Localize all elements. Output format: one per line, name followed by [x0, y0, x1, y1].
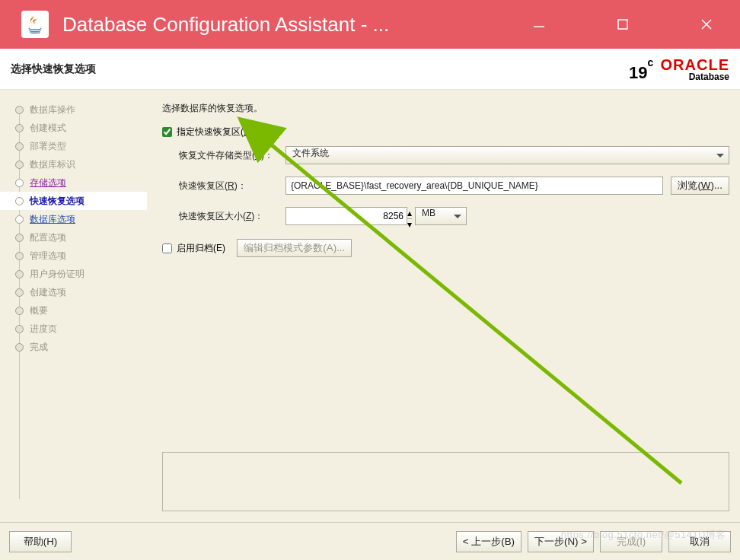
step-label: 创建模式	[30, 122, 66, 135]
svg-rect-1	[618, 20, 627, 29]
sidebar-step-1: 创建模式	[15, 119, 141, 137]
spinner-down-icon[interactable]: ▾	[407, 219, 412, 230]
step-bullet-icon	[15, 252, 24, 260]
fra-size-unit-select[interactable]: MB	[415, 207, 467, 225]
fra-size-spinner[interactable]: ▴ ▾	[285, 207, 407, 225]
step-label: 配置选项	[30, 231, 66, 244]
version-sup: c	[647, 56, 653, 68]
step-label: 数据库标识	[30, 158, 75, 171]
enable-archive-checkbox[interactable]	[162, 243, 172, 253]
close-button[interactable]	[691, 9, 722, 40]
finish-button: 完成(I)	[600, 531, 662, 552]
fra-size-label: 快速恢复区大小(Z)：	[179, 210, 278, 223]
archive-row: 启用归档(E) 编辑归档模式参数(A)...	[162, 239, 729, 257]
maximize-button[interactable]	[608, 9, 638, 40]
main-body: 数据库操作创建模式部署类型数据库标识存储选项快速恢复选项数据库选项配置选项管理选…	[0, 90, 740, 522]
specify-fra-checkbox[interactable]	[162, 127, 172, 137]
window-title: Database Configuration Assistant - ...	[62, 13, 524, 37]
step-bullet-icon	[15, 270, 24, 278]
wizard-sidebar: 数据库操作创建模式部署类型数据库标识存储选项快速恢复选项数据库选项配置选项管理选…	[0, 90, 147, 522]
sidebar-step-8: 管理选项	[15, 247, 141, 265]
titlebar: Database Configuration Assistant - ...	[0, 0, 740, 49]
step-label: 快速恢复选项	[30, 195, 85, 208]
storage-type-row: 恢复文件存储类型(S)： 文件系统	[179, 146, 729, 164]
fra-location-row: 快速恢复区(R)： 浏览(W)...	[179, 177, 729, 195]
minimize-button[interactable]	[524, 9, 554, 40]
oracle-logo: 19c ORACLE Database	[629, 57, 729, 81]
step-bullet-icon	[15, 307, 24, 315]
storage-type-value: 文件系统	[292, 148, 329, 158]
instruction-text: 选择数据库的恢复选项。	[162, 102, 729, 115]
sidebar-step-7: 配置选项	[15, 228, 141, 247]
footer: 帮助(H) < 上一步(B) 下一步(N) > 完成(I) 取消	[0, 522, 740, 560]
version-number: 19	[629, 63, 647, 82]
enable-archive-label: 启用归档(E)	[177, 242, 225, 255]
sidebar-step-6[interactable]: 数据库选项	[15, 210, 141, 228]
fra-location-input[interactable]	[285, 177, 663, 195]
storage-type-label: 恢复文件存储类型(S)：	[179, 149, 278, 162]
step-label: 数据库操作	[30, 103, 75, 116]
page-title: 选择快速恢复选项	[11, 62, 96, 76]
back-button[interactable]: < 上一步(B)	[456, 531, 522, 552]
browse-button[interactable]: 浏览(W)...	[671, 177, 729, 195]
step-label: 完成	[30, 341, 48, 354]
step-bullet-icon	[15, 234, 24, 242]
step-bullet-icon	[15, 343, 24, 352]
sidebar-step-0: 数据库操作	[15, 100, 141, 119]
database-wordmark: Database	[661, 72, 729, 81]
step-label: 概要	[30, 304, 48, 317]
step-label: 数据库选项	[30, 213, 75, 226]
sidebar-step-10: 创建选项	[15, 283, 141, 301]
sidebar-step-3: 数据库标识	[15, 155, 141, 173]
sidebar-step-12: 进度页	[15, 320, 141, 338]
fra-size-input[interactable]	[286, 211, 407, 221]
sidebar-step-5[interactable]: 快速恢复选项	[0, 192, 147, 210]
fra-size-row: 快速恢复区大小(Z)： ▴ ▾ MB	[179, 207, 729, 225]
edit-archive-params-button: 编辑归档模式参数(A)...	[237, 239, 352, 257]
step-label: 部署类型	[30, 140, 66, 153]
step-bullet-icon	[15, 106, 24, 114]
sidebar-step-13: 完成	[15, 338, 141, 356]
spinner-up-icon[interactable]: ▴	[407, 208, 412, 219]
sidebar-step-4[interactable]: 存储选项	[15, 173, 141, 192]
step-bullet-icon	[15, 179, 24, 187]
step-bullet-icon	[15, 124, 24, 132]
sidebar-step-2: 部署类型	[15, 137, 141, 155]
step-bullet-icon	[15, 325, 24, 333]
step-bullet-icon	[15, 288, 24, 297]
help-button[interactable]: 帮助(H)	[9, 531, 72, 552]
status-area	[162, 452, 729, 511]
step-label: 进度页	[30, 323, 57, 336]
window-controls	[524, 9, 722, 40]
storage-type-select[interactable]: 文件系统	[285, 146, 729, 164]
step-bullet-icon	[15, 215, 24, 224]
java-icon	[21, 11, 49, 38]
step-bullet-icon	[15, 161, 24, 169]
next-button[interactable]: 下一步(N) >	[528, 531, 594, 552]
fra-location-label: 快速恢复区(R)：	[179, 180, 278, 192]
specify-fra-label: 指定快速恢复区(F)	[177, 126, 252, 138]
content-pane: 选择数据库的恢复选项。 指定快速恢复区(F) 恢复文件存储类型(S)： 文件系统…	[147, 90, 740, 522]
header: 选择快速恢复选项 19c ORACLE Database	[0, 49, 740, 90]
step-bullet-icon	[15, 197, 24, 205]
step-label: 存储选项	[30, 177, 66, 189]
specify-fra-row: 指定快速恢复区(F)	[162, 126, 729, 138]
fra-form: 恢复文件存储类型(S)： 文件系统 快速恢复区(R)： 浏览(W)... 快速恢…	[179, 146, 729, 225]
fra-size-unit-value: MB	[422, 208, 435, 218]
cancel-button[interactable]: 取消	[668, 531, 731, 552]
step-label: 创建选项	[30, 286, 66, 299]
step-label: 用户身份证明	[30, 268, 85, 281]
sidebar-step-11: 概要	[15, 301, 141, 320]
step-bullet-icon	[15, 142, 24, 151]
step-label: 管理选项	[30, 250, 66, 262]
oracle-wordmark: ORACLE	[661, 57, 729, 72]
sidebar-step-9: 用户身份证明	[15, 265, 141, 283]
